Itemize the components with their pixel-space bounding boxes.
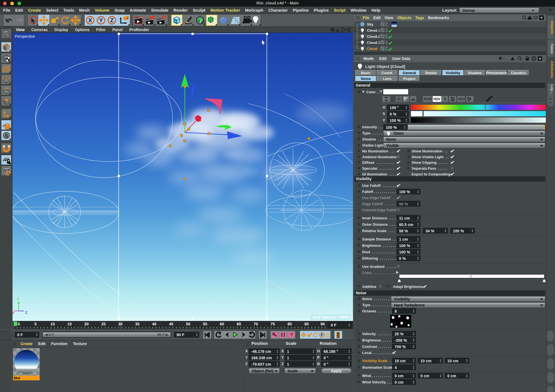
svg-text:S: S — [5, 133, 8, 139]
svg-text:Cloud: Cloud — [367, 47, 377, 51]
svg-text:K: K — [444, 97, 446, 101]
svg-text:65: 65 — [237, 322, 241, 326]
svg-text:RGB: RGB — [424, 97, 431, 101]
svg-text:x: x — [12, 311, 14, 315]
svg-text:HEX: HEX — [458, 97, 465, 101]
svg-text:0: 0 — [18, 322, 20, 326]
svg-text:20: 20 — [84, 322, 89, 326]
svg-text:Z: Z — [110, 17, 113, 23]
svg-text:Cloud.1: Cloud.1 — [367, 28, 380, 32]
svg-text:70: 70 — [254, 322, 258, 326]
svg-text:Cloud.3: Cloud.3 — [367, 41, 380, 45]
svg-text:25: 25 — [101, 322, 106, 326]
svg-text:85: 85 — [304, 322, 309, 326]
svg-text:45: 45 — [169, 322, 173, 326]
svg-text:75: 75 — [271, 322, 275, 326]
svg-text:P: P — [321, 333, 323, 337]
svg-text:50: 50 — [186, 322, 190, 326]
svg-text:Y: Y — [99, 17, 103, 23]
svg-text:Sky: Sky — [367, 22, 374, 26]
svg-text:Cloud.2: Cloud.2 — [367, 34, 380, 39]
svg-text:?: ? — [290, 332, 292, 337]
svg-text:40: 40 — [152, 322, 157, 326]
svg-text:5: 5 — [34, 322, 37, 326]
svg-text:55: 55 — [203, 322, 207, 326]
svg-text:35: 35 — [135, 322, 140, 326]
svg-text:X: X — [88, 17, 92, 23]
svg-text:60: 60 — [220, 322, 224, 326]
svg-text:Y: Y — [17, 297, 19, 301]
svg-text:Z: Z — [25, 311, 27, 315]
svg-text:15: 15 — [67, 322, 72, 326]
svg-text:10: 10 — [51, 322, 55, 326]
svg-text:80: 80 — [287, 322, 292, 326]
svg-text:Grid Spacing : 10000 cm: Grid Spacing : 10000 cm — [313, 315, 353, 319]
svg-text:90: 90 — [321, 322, 325, 326]
svg-text:HSV: HSV — [433, 97, 440, 101]
svg-text:Perspective: Perspective — [15, 34, 35, 39]
